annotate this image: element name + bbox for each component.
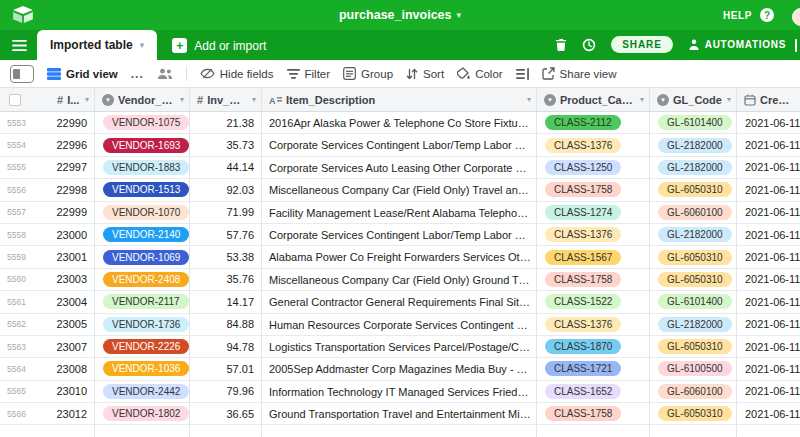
cell-item-description[interactable]: Facility Management Lease/Rent Alabama T… (262, 202, 537, 223)
cell-gl-code[interactable]: GL-6050310 (650, 403, 737, 424)
cell-invoice-id[interactable]: 23008 (50, 358, 95, 379)
cell-product-category[interactable]: CLASS-1250 (537, 157, 650, 178)
row-number[interactable]: 5566 (0, 403, 50, 424)
cell-created-date[interactable]: 2021-06-11 (737, 224, 800, 245)
column-header-item-description[interactable]: A Item_Description ▾ (262, 88, 537, 111)
cell-created-date[interactable]: 2021-06-11 (737, 157, 800, 178)
cell-product-category[interactable]: CLASS-1870 (537, 336, 650, 357)
cell-invoice-id[interactable]: 22997 (50, 157, 95, 178)
cell-gl-code[interactable]: GL-6101400 (650, 112, 737, 133)
cell-invoice-id[interactable]: 23004 (50, 291, 95, 312)
base-title-menu[interactable]: purchase_invoices ▾ (339, 8, 461, 22)
cell-inv-amt[interactable]: 57.01 (190, 358, 262, 379)
cell-item-description[interactable]: Human Resources Corporate Services Conti… (262, 314, 537, 335)
column-header-gl-code[interactable]: ▾ GL_Code ▾ (650, 88, 737, 111)
cell-invoice-id[interactable]: 22998 (50, 179, 95, 200)
cell-inv-amt[interactable]: 94.78 (190, 336, 262, 357)
history-icon[interactable] (582, 38, 596, 52)
cell-invoice-id[interactable]: 23001 (50, 246, 95, 267)
row-number[interactable]: 5565 (0, 381, 50, 402)
row-number[interactable]: 5559 (0, 246, 50, 267)
row-height-button[interactable] (516, 68, 529, 80)
row-number[interactable]: 5553 (0, 112, 50, 133)
cell-created-date[interactable]: 2021-06-11 (737, 134, 800, 155)
sort-button[interactable]: Sort (406, 68, 444, 80)
cell-gl-code[interactable]: GL-6050310 (650, 269, 737, 290)
column-header-vendor-code[interactable]: ▾ Vendor_Code ▾ (95, 88, 190, 111)
share-view-button[interactable]: Share view (542, 67, 617, 80)
cell-product-category[interactable]: CLASS-1274 (537, 202, 650, 223)
hide-fields-button[interactable]: Hide fields (200, 68, 274, 80)
cell-created-date[interactable]: 2021-06-11 (737, 246, 800, 267)
cell-item-description[interactable]: Miscellaneous Company Car (Field Only) T… (262, 179, 537, 200)
cell-product-category[interactable]: CLASS-1758 (537, 269, 650, 290)
cell-gl-code[interactable]: GL-2182000 (650, 314, 737, 335)
cell-invoice-id[interactable]: 22990 (50, 112, 95, 133)
cell-inv-amt[interactable]: 35.73 (190, 134, 262, 155)
row-number[interactable]: 5564 (0, 358, 50, 379)
select-all-checkbox[interactable] (9, 94, 21, 106)
cell-gl-code[interactable]: GL-6060100 (650, 381, 737, 402)
airtable-logo[interactable] (12, 6, 34, 24)
cell-item-description[interactable]: 2016Apr Alaska Power & Telephone Co Stor… (262, 112, 537, 133)
hamburger-menu-icon[interactable] (12, 39, 27, 52)
color-button[interactable]: Color (457, 67, 502, 80)
cell-gl-code[interactable]: GL-2182000 (650, 134, 737, 155)
cell-gl-code[interactable]: GL-2182000 (650, 157, 737, 178)
cell-created-date[interactable]: 2021-06-11 (737, 358, 800, 379)
cell-gl-code[interactable]: GL-2182000 (650, 224, 737, 245)
column-header-invoice-id[interactable]: # I... ▾ (50, 88, 95, 111)
cell-invoice-id[interactable]: 22996 (50, 134, 95, 155)
row-number[interactable]: 5555 (0, 157, 50, 178)
cell-vendor-code[interactable]: VENDOR-1070 (95, 202, 190, 223)
column-header-inv-amt[interactable]: # Inv_Amt ▾ (190, 88, 262, 111)
cell-inv-amt[interactable]: 92.03 (190, 179, 262, 200)
cell-product-category[interactable]: CLASS-1522 (537, 291, 650, 312)
cell-inv-amt[interactable]: 35.76 (190, 269, 262, 290)
cell-product-category[interactable]: CLASS-1758 (537, 179, 650, 200)
cell-item-description[interactable]: Information Technology IT Managed Servic… (262, 381, 537, 402)
cell-created-date[interactable]: 2021-06-11 (737, 202, 800, 223)
cell-vendor-code[interactable]: VENDOR-1883 (95, 157, 190, 178)
cell-vendor-code[interactable]: VENDOR-2140 (95, 224, 190, 245)
cell-product-category[interactable]: CLASS-1758 (537, 403, 650, 424)
row-number[interactable]: 5556 (0, 179, 50, 200)
column-header-created[interactable]: Created_ (737, 88, 800, 111)
cell-invoice-id[interactable]: 23000 (50, 224, 95, 245)
cell-vendor-code[interactable]: VENDOR-2226 (95, 336, 190, 357)
row-number[interactable]: 5554 (0, 134, 50, 155)
avatar[interactable] (792, 8, 800, 26)
cell-inv-amt[interactable]: 71.99 (190, 202, 262, 223)
cell-vendor-code[interactable]: VENDOR-1036 (95, 358, 190, 379)
grid-view-button[interactable]: Grid view (47, 68, 118, 80)
cell-created-date[interactable]: 2021-06-11 (737, 269, 800, 290)
cell-inv-amt[interactable]: 14.17 (190, 291, 262, 312)
cell-item-description[interactable]: Miscellaneous Company Car (Field Only) G… (262, 269, 537, 290)
collaborators-icon[interactable] (157, 68, 173, 80)
add-or-import-button[interactable]: + Add or import (172, 38, 266, 53)
row-number[interactable]: 5563 (0, 336, 50, 357)
cell-vendor-code[interactable]: VENDOR-1736 (95, 314, 190, 335)
row-number[interactable]: 5557 (0, 202, 50, 223)
cell-gl-code[interactable]: GL-6060100 (650, 202, 737, 223)
cell-inv-amt[interactable]: 21.38 (190, 112, 262, 133)
cell-product-category[interactable]: CLASS-1376 (537, 314, 650, 335)
cell-gl-code[interactable]: GL-6100500 (650, 358, 737, 379)
cell-invoice-id[interactable]: 23005 (50, 314, 95, 335)
cell-created-date[interactable]: 2021-06-11 (737, 403, 800, 424)
cell-gl-code[interactable]: GL-6101400 (650, 291, 737, 312)
row-number[interactable]: 5558 (0, 224, 50, 245)
cell-gl-code[interactable]: GL-6050310 (650, 179, 737, 200)
cell-vendor-code[interactable]: VENDOR-2117 (95, 291, 190, 312)
view-more-button[interactable]: ... (131, 67, 144, 81)
cell-inv-amt[interactable]: 53.38 (190, 246, 262, 267)
cell-vendor-code[interactable]: VENDOR-1513 (95, 179, 190, 200)
cell-product-category[interactable]: CLASS-1567 (537, 246, 650, 267)
cell-inv-amt[interactable]: 44.14 (190, 157, 262, 178)
cell-inv-amt[interactable]: 84.88 (190, 314, 262, 335)
table-row-partial[interactable] (0, 425, 800, 437)
cell-invoice-id[interactable]: 23007 (50, 336, 95, 357)
trash-icon[interactable] (555, 38, 567, 51)
view-sidebar-toggle[interactable] (10, 65, 34, 83)
row-number[interactable]: 5562 (0, 314, 50, 335)
